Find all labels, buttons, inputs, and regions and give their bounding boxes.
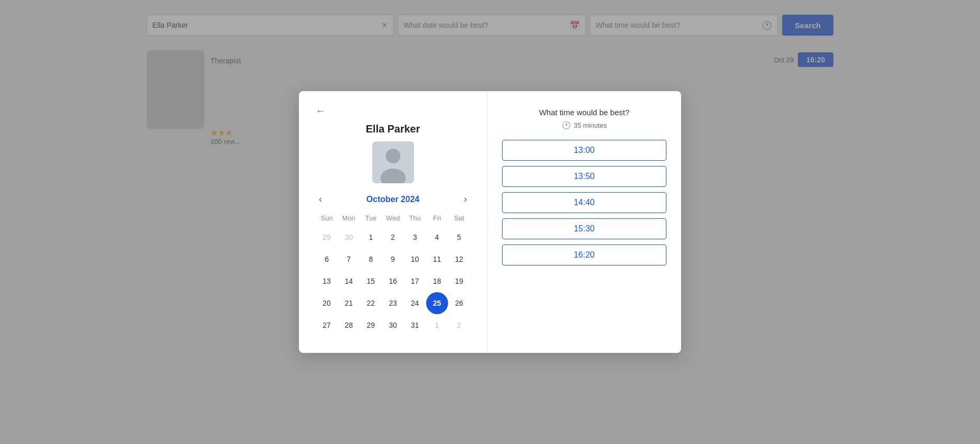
calendar-day[interactable]: 3	[404, 226, 426, 248]
calendar-weekday: Thu	[404, 212, 426, 226]
calendar-day[interactable]: 7	[338, 248, 360, 270]
duration-row: 🕐 35 minutes	[502, 121, 666, 129]
time-slots-list: 13:0013:5014:4015:3016:20	[502, 140, 666, 265]
calendar-day[interactable]: 31	[404, 314, 426, 336]
calendar-day[interactable]: 20	[316, 292, 338, 314]
calendar-day[interactable]: 9	[382, 248, 404, 270]
calendar-day[interactable]: 1	[360, 226, 382, 248]
modal-provider-photo	[372, 141, 414, 183]
calendar-prev-button[interactable]: ‹	[316, 193, 325, 206]
calendar-day[interactable]: 8	[360, 248, 382, 270]
calendar-day[interactable]: 14	[338, 270, 360, 292]
duration-clock-icon: 🕐	[562, 121, 571, 129]
modal-left-panel: ← Ella Parker ‹ October 2024 ›	[299, 91, 487, 353]
calendar-day[interactable]: 2	[382, 226, 404, 248]
calendar-weekday: Mon	[338, 212, 360, 226]
calendar-day[interactable]: 22	[360, 292, 382, 314]
calendar-weekday: Sat	[448, 212, 470, 226]
calendar-day[interactable]: 5	[448, 226, 470, 248]
calendar-day[interactable]: 28	[338, 314, 360, 336]
modal-overlay: ← Ella Parker ‹ October 2024 ›	[0, 0, 980, 444]
modal-right-panel: What time would be best? 🕐 35 minutes 13…	[487, 91, 681, 353]
calendar-day[interactable]: 24	[404, 292, 426, 314]
calendar-week-row: 20212223242526	[316, 292, 470, 314]
time-slot-button[interactable]: 13:00	[502, 140, 666, 161]
calendar-day[interactable]: 2	[448, 314, 470, 336]
calendar-day[interactable]: 23	[382, 292, 404, 314]
calendar-day[interactable]: 6	[316, 248, 338, 270]
calendar-day[interactable]: 16	[382, 270, 404, 292]
calendar-weekday: Sun	[316, 212, 338, 226]
calendar-day[interactable]: 10	[404, 248, 426, 270]
calendar-grid: SunMonTueWedThuFriSat 293012345678910111…	[316, 212, 470, 336]
calendar-day[interactable]: 12	[448, 248, 470, 270]
calendar-body: 2930123456789101112131415161718192021222…	[316, 226, 470, 336]
time-question: What time would be best?	[502, 108, 666, 117]
modal-provider-name: Ella Parker	[316, 123, 470, 135]
time-slot-button[interactable]: 15:30	[502, 218, 666, 239]
calendar-day[interactable]: 29	[316, 226, 338, 248]
calendar-weekdays: SunMonTueWedThuFriSat	[316, 212, 470, 226]
booking-modal: ← Ella Parker ‹ October 2024 ›	[299, 91, 681, 353]
duration-label: 35 minutes	[574, 121, 607, 129]
calendar-day[interactable]: 26	[448, 292, 470, 314]
calendar-weekday: Tue	[360, 212, 382, 226]
calendar-day[interactable]: 27	[316, 314, 338, 336]
calendar-day[interactable]: 19	[448, 270, 470, 292]
calendar-day[interactable]: 30	[338, 226, 360, 248]
calendar-next-button[interactable]: ›	[461, 193, 470, 206]
calendar-day[interactable]: 17	[404, 270, 426, 292]
time-slot-button[interactable]: 14:40	[502, 192, 666, 213]
calendar-header: ‹ October 2024 ›	[316, 193, 470, 206]
calendar-day[interactable]: 1	[426, 314, 448, 336]
back-button[interactable]: ←	[316, 106, 325, 117]
calendar-week-row: 6789101112	[316, 248, 470, 270]
calendar-day[interactable]: 25	[426, 292, 448, 314]
calendar-week-row: 272829303112	[316, 314, 470, 336]
calendar-day[interactable]: 21	[338, 292, 360, 314]
calendar-day[interactable]: 18	[426, 270, 448, 292]
calendar-day[interactable]: 13	[316, 270, 338, 292]
calendar-day[interactable]: 29	[360, 314, 382, 336]
calendar-weekday: Wed	[382, 212, 404, 226]
calendar-weekday: Fri	[426, 212, 448, 226]
calendar-week-row: 293012345	[316, 226, 470, 248]
time-slot-button[interactable]: 13:50	[502, 166, 666, 187]
calendar-month-label: October 2024	[366, 195, 419, 204]
time-slot-button[interactable]: 16:20	[502, 245, 666, 265]
svg-point-1	[386, 149, 400, 163]
calendar-week-row: 13141516171819	[316, 270, 470, 292]
calendar-day[interactable]: 4	[426, 226, 448, 248]
calendar-day[interactable]: 11	[426, 248, 448, 270]
calendar-day[interactable]: 15	[360, 270, 382, 292]
calendar-day[interactable]: 30	[382, 314, 404, 336]
